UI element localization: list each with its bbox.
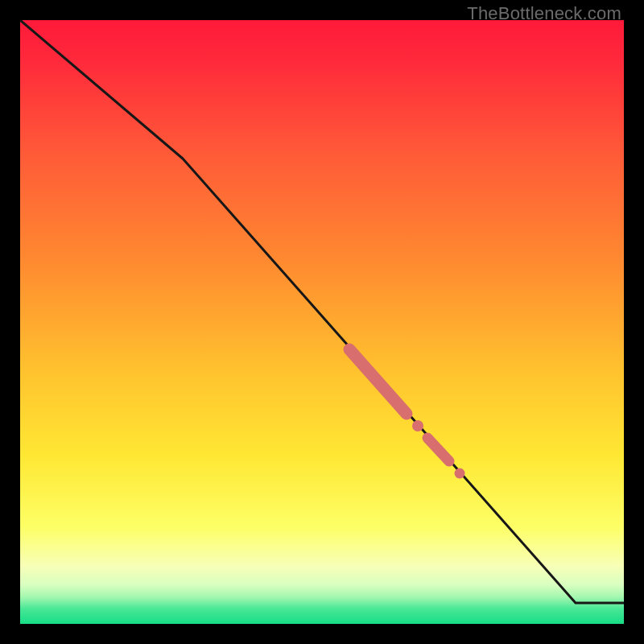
chart-stage: TheBottleneck.com <box>0 0 644 644</box>
highlight-seg-2 <box>427 438 449 461</box>
plot-area <box>20 20 624 624</box>
chart-line-layer <box>20 20 624 624</box>
highlight-dot-2 <box>455 469 465 479</box>
curve-line <box>20 20 624 603</box>
watermark-text: TheBottleneck.com <box>467 3 621 24</box>
highlight-dot-1 <box>412 420 423 431</box>
highlight-seg-1 <box>349 349 407 414</box>
